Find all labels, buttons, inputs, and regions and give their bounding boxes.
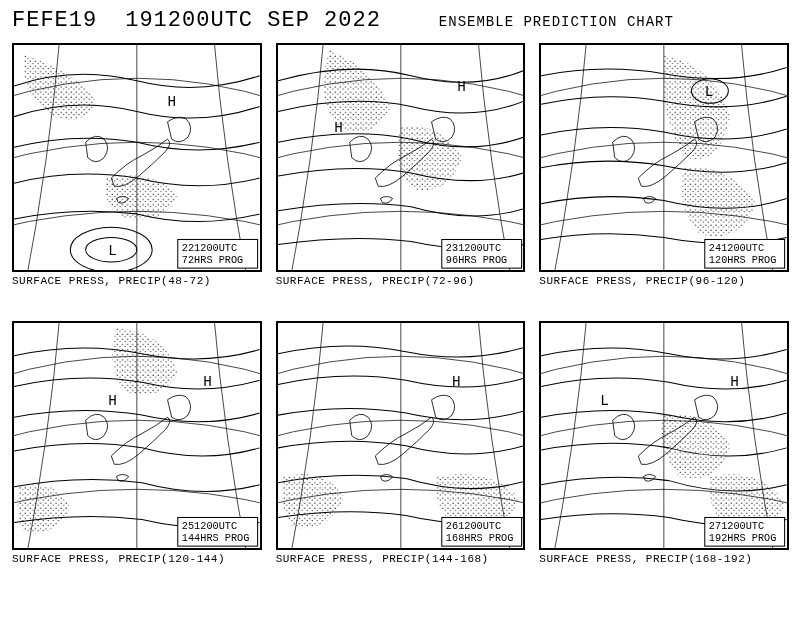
svg-text:L: L [108, 243, 117, 259]
caption-1: SURFACE PRESS, PRECIP(48-72) [12, 275, 258, 287]
caption-5: SURFACE PRESS, PRECIP(144-168) [276, 553, 522, 565]
svg-text:H: H [457, 79, 466, 95]
panel-grid: H L 221200UTC 72HRS PROG SURFACE PRESS, … [12, 43, 785, 565]
map-1: H L 221200UTC 72HRS PROG [12, 43, 262, 272]
prog-4: 144HRS PROG [182, 532, 249, 544]
panel-1: H L 221200UTC 72HRS PROG SURFACE PRESS, … [12, 43, 258, 287]
valid-time-4: 251200UTC [182, 520, 237, 532]
map-6: H L 271200UTC 192HRS PROG [539, 321, 789, 550]
svg-text:H: H [334, 120, 343, 136]
caption-3: SURFACE PRESS, PRECIP(96-120) [539, 275, 785, 287]
prog-2: 96HRS PROG [446, 254, 507, 266]
chart-header: FEFE19 191200UTC SEP 2022 ENSEMBLE PREDI… [12, 8, 785, 33]
svg-text:L: L [705, 84, 714, 100]
caption-4: SURFACE PRESS, PRECIP(120-144) [12, 553, 258, 565]
prog-1: 72HRS PROG [182, 254, 243, 266]
prog-6: 192HRS PROG [709, 532, 776, 544]
chart-title: ENSEMBLE PREDICTION CHART [439, 14, 674, 30]
init-time: 191200UTC SEP 2022 [125, 8, 381, 33]
product-code: FEFE19 [12, 8, 97, 33]
panel-2: H H 231200UTC 96HRS PROG SURFACE PRESS, … [276, 43, 522, 287]
caption-2: SURFACE PRESS, PRECIP(72-96) [276, 275, 522, 287]
valid-time-5: 261200UTC [446, 520, 501, 532]
panel-6: H L 271200UTC 192HRS PROG SURFACE PRESS,… [539, 321, 785, 565]
map-2: H H 231200UTC 96HRS PROG [276, 43, 526, 272]
caption-6: SURFACE PRESS, PRECIP(168-192) [539, 553, 785, 565]
valid-time-1: 221200UTC [182, 242, 237, 254]
svg-text:H: H [731, 375, 740, 391]
svg-text:H: H [452, 375, 461, 391]
prog-5: 168HRS PROG [446, 532, 513, 544]
map-3: L 241200UTC 120HRS PROG [539, 43, 789, 272]
panel-5: H 261200UTC 168HRS PROG SURFACE PRESS, P… [276, 321, 522, 565]
prog-3: 120HRS PROG [709, 254, 776, 266]
svg-text:L: L [601, 393, 610, 409]
panel-3: L 241200UTC 120HRS PROG SURFACE PRESS, P… [539, 43, 785, 287]
map-5: H 261200UTC 168HRS PROG [276, 321, 526, 550]
svg-text:H: H [168, 94, 177, 110]
valid-time-2: 231200UTC [446, 242, 501, 254]
map-4: H H 251200UTC 144HRS PROG [12, 321, 262, 550]
svg-text:H: H [203, 375, 212, 391]
valid-time-3: 241200UTC [709, 242, 764, 254]
valid-time-6: 271200UTC [709, 520, 764, 532]
panel-4: H H 251200UTC 144HRS PROG SURFACE PRESS,… [12, 321, 258, 565]
svg-text:H: H [108, 393, 117, 409]
